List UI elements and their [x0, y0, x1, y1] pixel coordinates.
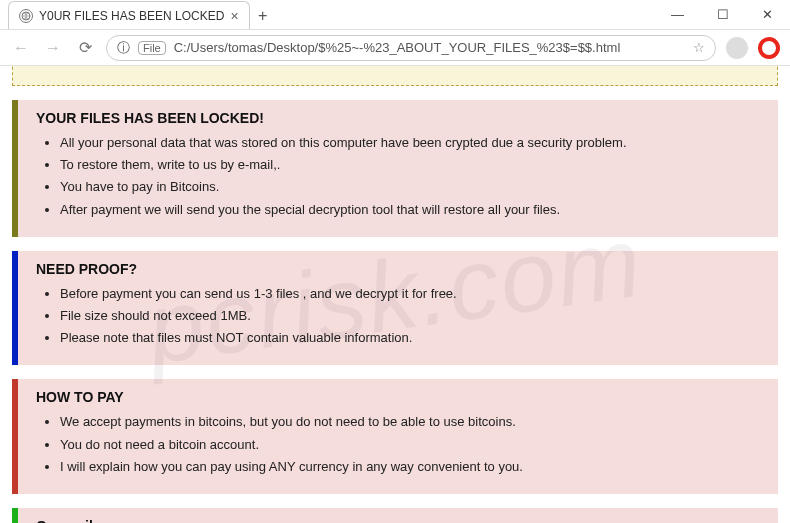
- page-viewport: YOUR FILES HAS BEEN LOCKED! All your per…: [0, 66, 790, 523]
- titlebar: Y0UR FILES HAS BEEN LOCKED × + — ☐ ✕: [0, 0, 790, 30]
- section-list: All your personal data that was stored o…: [60, 134, 760, 219]
- list-item: File size should not exceed 1MB.: [60, 307, 760, 325]
- section-heading: NEED PROOF?: [36, 261, 760, 277]
- list-item: You have to pay in Bitcoins.: [60, 178, 760, 196]
- profile-avatar[interactable]: [726, 37, 748, 59]
- section-proof: NEED PROOF? Before payment you can send …: [12, 251, 778, 366]
- forward-button[interactable]: →: [42, 39, 64, 57]
- section-list: Before payment you can send us 1-3 files…: [60, 285, 760, 348]
- section-heading: Our mails: [36, 518, 760, 523]
- list-item: All your personal data that was stored o…: [60, 134, 760, 152]
- section-heading: HOW TO PAY: [36, 389, 760, 405]
- list-item: You do not need a bitcoin account.: [60, 436, 760, 454]
- url-text: C:/Users/tomas/Desktop/$%25~-%23_ABOUT_Y…: [174, 40, 621, 55]
- list-item: We accept payments in bitcoins, but you …: [60, 413, 760, 431]
- file-scheme-badge: File: [138, 41, 166, 55]
- extension-icon[interactable]: [758, 37, 780, 59]
- list-item: Before payment you can send us 1-3 files…: [60, 285, 760, 303]
- section-list: We accept payments in bitcoins, but you …: [60, 413, 760, 476]
- list-item: Please note that files must NOT contain …: [60, 329, 760, 347]
- minimize-button[interactable]: —: [655, 0, 700, 29]
- window-controls: — ☐ ✕: [655, 0, 790, 29]
- tab-title: Y0UR FILES HAS BEEN LOCKED: [39, 9, 224, 23]
- reload-button[interactable]: ⟳: [74, 38, 96, 57]
- browser-tab[interactable]: Y0UR FILES HAS BEEN LOCKED ×: [8, 1, 250, 29]
- bookmark-star-icon[interactable]: ☆: [693, 40, 705, 55]
- new-tab-button[interactable]: +: [250, 3, 276, 29]
- info-icon: ⓘ: [117, 39, 130, 57]
- list-item: After payment we will send you the speci…: [60, 201, 760, 219]
- list-item: To restore them, write to us by e-mail,.: [60, 156, 760, 174]
- section-heading: YOUR FILES HAS BEEN LOCKED!: [36, 110, 760, 126]
- close-tab-icon[interactable]: ×: [230, 8, 238, 24]
- list-item: I will explain how you can pay using ANY…: [60, 458, 760, 476]
- back-button[interactable]: ←: [10, 39, 32, 57]
- top-dashed-banner: [12, 66, 778, 86]
- section-mails: Our mails: [12, 508, 778, 523]
- close-window-button[interactable]: ✕: [745, 0, 790, 29]
- globe-icon: [19, 9, 33, 23]
- maximize-button[interactable]: ☐: [700, 0, 745, 29]
- section-locked: YOUR FILES HAS BEEN LOCKED! All your per…: [12, 100, 778, 237]
- toolbar: ← → ⟳ ⓘ File C:/Users/tomas/Desktop/$%25…: [0, 30, 790, 66]
- address-bar[interactable]: ⓘ File C:/Users/tomas/Desktop/$%25~-%23_…: [106, 35, 716, 61]
- section-howtopay: HOW TO PAY We accept payments in bitcoin…: [12, 379, 778, 494]
